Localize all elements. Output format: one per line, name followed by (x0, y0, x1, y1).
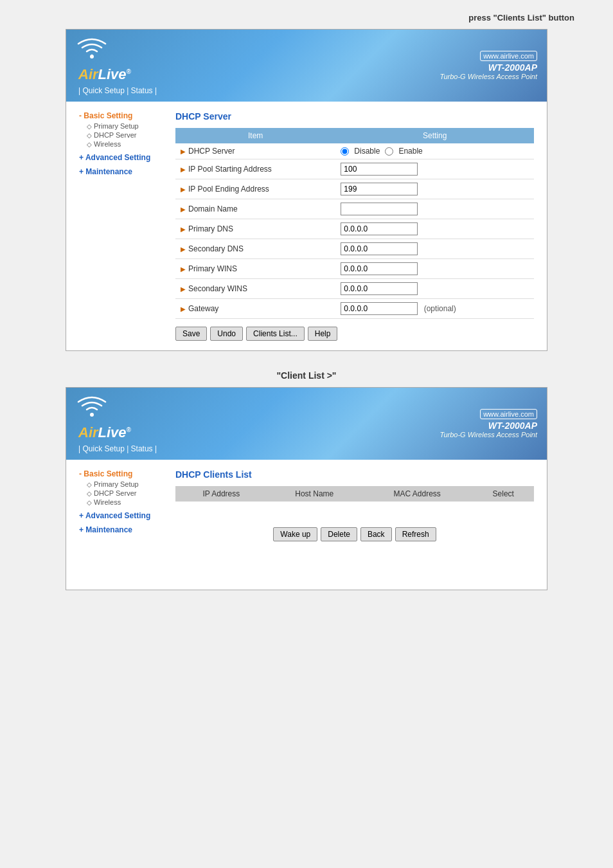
panel2-advanced-setting-title[interactable]: + Advanced Setting (79, 511, 163, 520)
maintenance-title[interactable]: + Maintenance (79, 167, 163, 176)
panel1-desc: Turbo-G Wireless Access Point (440, 73, 538, 80)
panel2-basic-setting-section: - Basic Setting ◇ Primary Setup ◇ DHCP S… (79, 469, 163, 506)
panel2-sidebar-label-primary: Primary Setup (94, 480, 139, 488)
refresh-button[interactable]: Refresh (395, 527, 436, 541)
row-setting-ip-start (335, 159, 534, 179)
row-setting-domain (335, 199, 534, 219)
wake-up-button[interactable]: Wake up (273, 527, 317, 541)
sidebar-item-dhcp-server[interactable]: ◇ DHCP Server (79, 131, 163, 139)
row-label-dhcp-server: ▶DHCP Server (175, 143, 335, 159)
col-item: Item (175, 128, 335, 143)
row-label-primary-dns: ▶Primary DNS (175, 219, 335, 239)
panel2-basic-setting-title[interactable]: - Basic Setting (79, 469, 163, 478)
panel2-advanced-setting-section: + Advanced Setting (79, 511, 163, 520)
panel2-header: AirLive® | Quick Setup | Status | www.ai… (66, 388, 547, 460)
panel2-logo-live: Live (98, 424, 127, 440)
row-label-gateway: ▶Gateway (175, 299, 335, 319)
panel2-radio-icon-dhcp: ◇ (87, 490, 92, 497)
row-label-secondary-wins: ▶Secondary WINS (175, 279, 335, 299)
table-row: ▶Primary DNS (175, 219, 534, 239)
input-secondary-wins[interactable] (341, 282, 418, 295)
panel2-header-right: www.airlive.com WT-2000AP Turbo-G Wirele… (440, 409, 538, 439)
panel2-maintenance-title[interactable]: + Maintenance (79, 525, 163, 534)
arrow-icon-secondary-dns: ▶ (181, 246, 186, 253)
arrow-icon-domain: ▶ (181, 206, 186, 213)
table-row: ▶Gateway (optional) (175, 299, 534, 319)
dhcp-server-title: DHCP Server (175, 111, 534, 122)
sidebar-label-wireless: Wireless (94, 140, 121, 148)
input-ip-end[interactable] (341, 183, 418, 195)
panel2-maintenance-section: + Maintenance (79, 525, 163, 534)
row-setting-primary-dns (335, 219, 534, 239)
row-label-primary-wins: ▶Primary WINS (175, 259, 335, 279)
svg-point-0 (90, 55, 94, 59)
press-after: " button (542, 13, 574, 23)
radio-enable[interactable] (385, 147, 393, 156)
advanced-setting-section: + Advanced Setting (79, 153, 163, 162)
panel2-body: - Basic Setting ◇ Primary Setup ◇ DHCP S… (66, 460, 547, 590)
sidebar-item-wireless[interactable]: ◇ Wireless (79, 140, 163, 148)
panel1-body: - Basic Setting ◇ Primary Setup ◇ DHCP S… (66, 102, 547, 350)
wifi-icon (76, 36, 154, 66)
panel2-sidebar-item-dhcp-server[interactable]: ◇ DHCP Server (79, 489, 163, 497)
panel2-nav[interactable]: | Quick Setup | Status | (78, 444, 157, 453)
row-label-ip-start: ▶IP Pool Starting Address (175, 159, 335, 179)
panel2-wifi-icon (76, 394, 154, 424)
col-ip: IP Address (175, 486, 267, 502)
panel1-sidebar: - Basic Setting ◇ Primary Setup ◇ DHCP S… (73, 108, 169, 344)
help-button[interactable]: Help (308, 327, 338, 341)
input-primary-dns[interactable] (341, 222, 418, 235)
input-secondary-dns[interactable] (341, 242, 418, 255)
panel2-radio-icon-primary: ◇ (87, 481, 92, 488)
logo-reg: ® (127, 68, 131, 75)
client-list-section-label: "Client List >" (13, 370, 600, 381)
table-row: ▶Primary WINS (175, 259, 534, 279)
input-gateway[interactable] (341, 302, 418, 315)
clients-list-button[interactable]: Clients List... (246, 327, 305, 341)
logo-live: Live (98, 66, 127, 82)
panel2-radio-icon-wireless: ◇ (87, 499, 92, 506)
basic-setting-title[interactable]: - Basic Setting (79, 111, 163, 120)
row-setting-secondary-dns (335, 239, 534, 259)
clients-table: IP Address Host Name MAC Address Select (175, 486, 534, 521)
panel1-button-row: Save Undo Clients List... Help (175, 327, 534, 341)
optional-label: (optional) (424, 304, 456, 313)
table-row: ▶Domain Name (175, 199, 534, 219)
save-button[interactable]: Save (175, 327, 207, 341)
row-setting-gateway: (optional) (335, 299, 534, 319)
press-before: press " (468, 13, 497, 23)
panel2-website: www.airlive.com (480, 409, 537, 419)
panel1-nav[interactable]: | Quick Setup | Status | (78, 86, 157, 95)
sidebar-item-primary-setup[interactable]: ◇ Primary Setup (79, 122, 163, 130)
panel1-header: AirLive® | Quick Setup | Status | www.ai… (66, 30, 547, 102)
panel2-logo-area: AirLive® | Quick Setup | Status | (76, 394, 157, 453)
back-button[interactable]: Back (360, 527, 392, 541)
input-domain[interactable] (341, 203, 418, 215)
clients-empty-row (175, 502, 534, 521)
undo-button[interactable]: Undo (210, 327, 243, 341)
dhcp-server-panel: AirLive® | Quick Setup | Status | www.ai… (66, 29, 547, 351)
row-label-secondary-dns: ▶Secondary DNS (175, 239, 335, 259)
panel2-sidebar-item-primary-setup[interactable]: ◇ Primary Setup (79, 480, 163, 488)
row-setting-ip-end (335, 179, 534, 199)
delete-button[interactable]: Delete (321, 527, 357, 541)
row-setting-secondary-wins (335, 279, 534, 299)
arrow-icon-ip-end: ▶ (181, 186, 186, 193)
table-row: ▶IP Pool Ending Address (175, 179, 534, 199)
radio-disable[interactable] (341, 147, 349, 156)
col-select: Select (473, 486, 534, 502)
dhcp-config-table: Item Setting ▶DHCP Server Disable (175, 128, 534, 319)
input-ip-start[interactable] (341, 163, 418, 176)
arrow-icon-gateway: ▶ (181, 305, 186, 312)
advanced-setting-title[interactable]: + Advanced Setting (79, 153, 163, 162)
panel2-logo-air: Air (78, 424, 98, 440)
input-primary-wins[interactable] (341, 262, 418, 275)
panel2-sidebar-item-wireless[interactable]: ◇ Wireless (79, 498, 163, 506)
panel1-header-right: www.airlive.com WT-2000AP Turbo-G Wirele… (440, 51, 538, 80)
logo-area: AirLive® | Quick Setup | Status | (76, 36, 157, 95)
sidebar-label-primary: Primary Setup (94, 122, 139, 130)
press-instruction: press "Clients List" button (13, 13, 600, 23)
row-label-ip-end: ▶IP Pool Ending Address (175, 179, 335, 199)
panel2-sidebar-label-dhcp: DHCP Server (94, 489, 136, 497)
panel2-logo-reg: ® (127, 426, 131, 433)
